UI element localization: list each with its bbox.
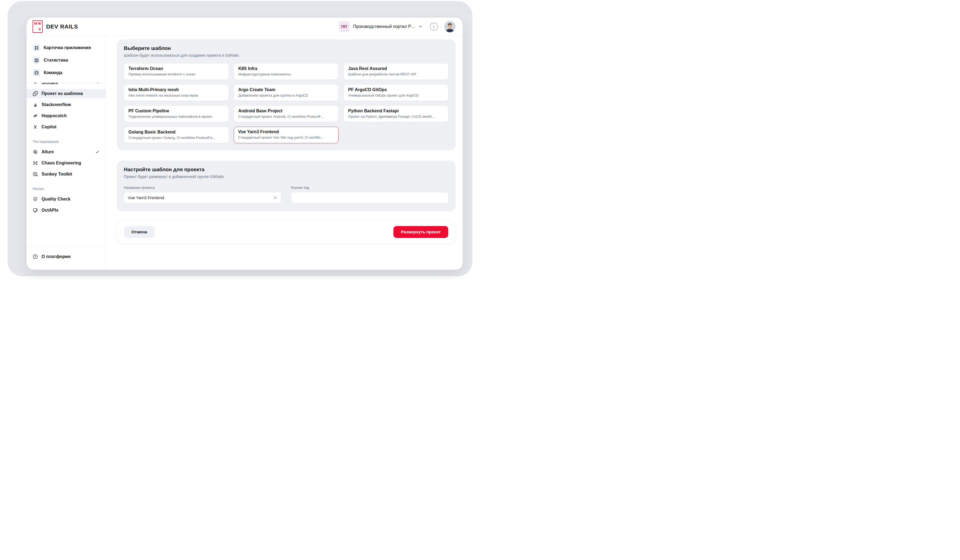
template-card-description: Шаблон для разработки тестов REST API <box>348 72 444 76</box>
template-card-vue-yarn3-frontend[interactable]: Vue Yarn3 FrontendСтандартный проект Vue… <box>234 127 339 143</box>
template-card-description: Стандартный проект Vue Vite под yarn3, C… <box>238 136 334 139</box>
sidebar-item-about-platform[interactable]: О платформе <box>27 251 106 262</box>
sidebar-item-label: О платформе <box>42 254 70 259</box>
template-card-android-base-project[interactable]: Android Base ProjectСтандартный проект A… <box>234 105 339 122</box>
template-card-k8s-infra[interactable]: K8S InfraИнфраструктурные компоненты <box>234 63 339 80</box>
sidebar-item-statistics[interactable]: Статистика <box>27 54 106 67</box>
template-card-terraform-ocean[interactable]: Terraform OceanПример использования terr… <box>124 63 229 80</box>
info-icon[interactable] <box>430 22 438 31</box>
sidebar-item-quality-check[interactable]: Quality Check <box>27 193 106 204</box>
template-card-argo-create-team[interactable]: Argo Create TeamДобавление проекта для г… <box>234 85 339 101</box>
template-card-title: PF Custom Pipeline <box>128 108 224 113</box>
sidebar-item-label: Allure <box>42 150 54 155</box>
logo-letter-w: W <box>38 22 41 26</box>
sidebar-item-hoppscotch[interactable]: Hoppscotch <box>27 110 106 121</box>
template-icon <box>33 91 38 96</box>
template-card-description: Универсальный GitOps проект для ArgoCD <box>348 93 444 97</box>
template-card-python-backend-fastapi[interactable]: Python Backend FastapiПроект на Python, … <box>344 105 448 122</box>
sidebar-item-label: Проект из шаблона <box>42 91 83 96</box>
project-name-input[interactable]: Vue Yarn3 Frontend <box>124 192 281 203</box>
chaos-icon <box>33 160 38 166</box>
mws-logo: M W S <box>33 20 43 33</box>
template-card-description: Стандартный проект Android, CI workflow … <box>238 115 334 118</box>
sidebar: Карточка приложенияСтатистикаКомандаGitR… <box>27 35 106 270</box>
workspace-name: Производственный портал Р… <box>353 24 415 29</box>
sidebar-item-team[interactable]: Команда <box>27 67 106 79</box>
copilot-icon <box>33 124 38 130</box>
template-card-title: Golang Basic Backend <box>128 130 224 134</box>
template-card-description: Проект на Python, фреймворк Fastapi, CI/… <box>348 115 444 118</box>
sidebar-item-chaos-engineering[interactable]: Chaos Engineering <box>27 157 106 169</box>
template-card-description: Добавление проекта для группы в ArgoCD <box>238 93 334 97</box>
configure-title: Настройте шаблон для проекта <box>124 167 448 172</box>
check-icon <box>95 150 100 154</box>
sidebar-item-app-card[interactable]: Карточка приложения <box>27 41 106 54</box>
project-name-label: Название проекта <box>124 185 281 190</box>
templates-title: Выберите шаблон <box>124 45 448 51</box>
avatar[interactable] <box>444 21 456 32</box>
action-bar: Отмена Развернуть проект <box>117 220 456 243</box>
template-card-description: Istio mesh network на несколько кластеро… <box>128 93 224 97</box>
template-card-java-rest-assured[interactable]: Java Rest AssuredШаблон для разработки т… <box>344 63 448 80</box>
template-card-description: Пример использования terraform с ocean <box>128 72 224 76</box>
brand-area: M W S DEV RAILS <box>33 20 78 33</box>
sidebar-item-gitrails-clipped[interactable]: GitRails <box>27 83 106 88</box>
runner-tag-input[interactable] <box>291 192 448 203</box>
workspace-badge: ПП <box>339 21 350 32</box>
sidebar-section-label: Релиз <box>27 187 106 191</box>
brand-title: DEV RAILS <box>46 23 78 30</box>
template-card-pf-custom-pipeline[interactable]: PF Custom PipelineПодключение универсаль… <box>124 105 229 122</box>
team-icon <box>33 69 40 77</box>
sidebar-item-label: Hoppscotch <box>42 113 67 118</box>
chevron-down-icon <box>33 83 38 85</box>
sunkey-icon <box>33 171 38 177</box>
logo-letter-m: M <box>34 22 37 26</box>
template-card-description: Стандартный проект Golang, CI workflow P… <box>128 136 224 140</box>
sidebar-item-label: Stackoverflow <box>42 102 71 107</box>
project-name-value: Vue Yarn3 Frontend <box>128 195 164 200</box>
template-card-description: Подключение универсальных пайплайнов в п… <box>128 115 224 118</box>
sidebar-item-label: Карточка приложения <box>44 45 91 50</box>
octapis-icon <box>33 207 38 213</box>
close-icon[interactable] <box>273 195 278 200</box>
template-card-golang-basic-backend[interactable]: Golang Basic BackendСтандартный проект G… <box>124 127 229 143</box>
app-window: M W S DEV RAILS ПП Производственный порт… <box>27 18 462 270</box>
template-card-title: Java Rest Assured <box>348 66 444 71</box>
sidebar-item-allure[interactable]: Allure <box>27 146 106 157</box>
sidebar-item-label: Copilot <box>42 124 56 129</box>
sidebar-divider <box>27 247 106 247</box>
template-card-title: Argo Create Team <box>238 87 334 92</box>
sidebar-item-sunkey-toolkit[interactable]: Sunkey Toolkit <box>27 169 106 180</box>
templates-subtitle: Шаблон будет использоваться для создания… <box>124 53 448 57</box>
stackoverflow-icon <box>33 102 38 107</box>
template-card-title: Terraform Ocean <box>128 66 224 71</box>
configure-panel: Настройте шаблон для проекта Проект буде… <box>117 161 456 211</box>
template-card-pf-argocd-gitops[interactable]: PF ArgoCD GitOpsУниверсальный GitOps про… <box>344 85 448 101</box>
sidebar-item-label: Команда <box>44 70 62 75</box>
project-name-field: Название проектаVue Yarn3 Frontend <box>124 185 281 203</box>
chevron-down-icon <box>418 24 422 29</box>
configure-subtitle: Проект будет развернут в добавленной гру… <box>124 174 448 179</box>
template-card-title: K8S Infra <box>238 66 334 71</box>
top-right-controls: ПП Производственный портал Р… <box>339 21 456 32</box>
sidebar-item-project-from-template[interactable]: Проект из шаблона <box>27 89 106 98</box>
cancel-button[interactable]: Отмена <box>124 226 155 238</box>
help-icon <box>33 254 38 259</box>
allure-icon <box>33 149 38 155</box>
template-card-title: PF ArgoCD GitOps <box>348 87 444 92</box>
template-card-istio-multi-primary-mesh[interactable]: Istio Multi-Primary meshIstio mesh netwo… <box>124 85 229 101</box>
sidebar-item-label: OctAPIs <box>42 208 58 213</box>
template-card-title: Android Base Project <box>238 108 334 113</box>
runner-tag-label: Runner tag <box>291 185 448 190</box>
runner-tag-field: Runner tag <box>291 185 448 203</box>
sidebar-item-octapis[interactable]: OctAPIs <box>27 204 106 216</box>
sidebar-item-label: Sunkey Toolkit <box>42 172 72 177</box>
sidebar-item-stackoverflow[interactable]: Stackoverflow <box>27 99 106 110</box>
desktop-background: M W S DEV RAILS ПП Производственный порт… <box>8 1 472 276</box>
sidebar-item-copilot[interactable]: Copilot <box>27 121 106 132</box>
template-card-description: Инфраструктурные компоненты <box>238 72 334 76</box>
hoppscotch-icon <box>33 113 38 118</box>
workspace-switcher[interactable]: ПП Производственный портал Р… <box>339 21 422 32</box>
deploy-button[interactable]: Развернуть проект <box>394 226 448 238</box>
top-bar: M W S DEV RAILS ПП Производственный порт… <box>27 18 462 35</box>
